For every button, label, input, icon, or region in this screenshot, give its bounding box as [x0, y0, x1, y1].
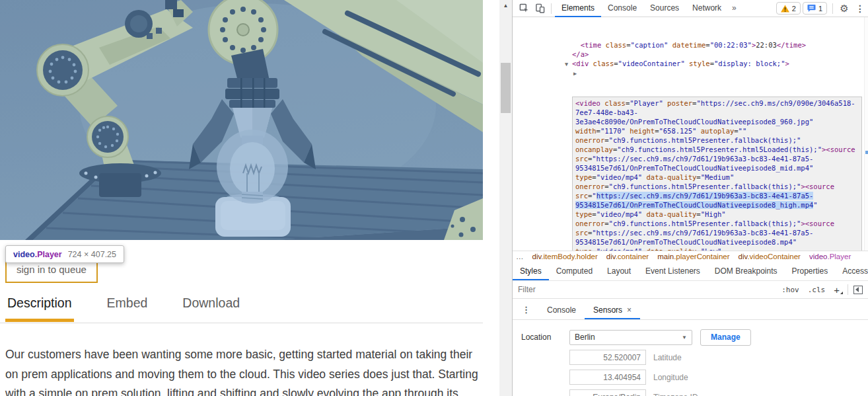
- inspect-element-icon[interactable]: [516, 1, 532, 17]
- filter-separator: [848, 284, 848, 295]
- description-line: with a simple on prem solution, lifting …: [5, 384, 486, 396]
- scrollbar-thumb[interactable]: [501, 63, 511, 113]
- breadcrumb-item[interactable]: div.itemBody.holder: [532, 253, 598, 260]
- tab-download[interactable]: Download: [180, 296, 242, 322]
- tab-dom-breakpoints[interactable]: DOM Breakpoints: [707, 262, 785, 280]
- sensors-panel: Location Berlin ▼ Manage LatitudeLongitu…: [513, 320, 868, 396]
- scrollbar-up-arrow-icon[interactable]: ▲: [499, 0, 512, 11]
- timezone-id-input[interactable]: [569, 389, 646, 396]
- close-icon[interactable]: ×: [627, 305, 632, 315]
- code-line[interactable]: 9534815e7d61/OnPremToTheCloudCloudNative…: [575, 237, 859, 247]
- tooltip-tag: video: [13, 250, 35, 259]
- code-line[interactable]: onerror="ch9.functions.html5Presenter.fa…: [575, 136, 859, 145]
- drawer-kebab-menu-icon[interactable]: ⋮: [522, 305, 530, 315]
- code-line[interactable]: onerror="ch9.functions.html5Presenter.fa…: [575, 182, 859, 191]
- video-description: Our customers have been wanting some mor…: [5, 345, 486, 396]
- tab-console[interactable]: Console: [601, 0, 643, 17]
- code-line[interactable]: type="video/mp4" data-quality="Medium": [575, 173, 859, 182]
- code-line[interactable]: src="https://sec.ch9.ms/ch9/7d61/19b963a…: [575, 228, 859, 237]
- description-line: Our customers have been wanting some mor…: [5, 345, 486, 365]
- styles-tab-bar: StylesComputedLayoutEvent ListenersDOM B…: [513, 262, 868, 280]
- code-line[interactable]: width="1170" height="658.125" autoplay="…: [575, 126, 859, 136]
- code-line[interactable]: type="video/mp4" data-quality="High": [575, 210, 859, 219]
- tab-network[interactable]: Network: [686, 0, 728, 17]
- settings-gear-icon[interactable]: ⚙: [836, 1, 852, 17]
- message-icon: [807, 4, 816, 13]
- video-player[interactable]: [0, 0, 483, 240]
- toggle-class-button[interactable]: .cls: [808, 286, 826, 294]
- code-line[interactable]: 3e3ae4c8090e/OnPremToTheCloudCloudNative…: [575, 117, 859, 126]
- toolbar-separator: [832, 3, 833, 14]
- code-line[interactable]: </a>: [572, 50, 864, 59]
- kebab-menu-icon[interactable]: ⋮: [852, 1, 868, 17]
- tab-properties[interactable]: Properties: [785, 262, 836, 280]
- breadcrumb-item[interactable]: main.playerContainer: [657, 253, 729, 260]
- warning-icon: [781, 5, 789, 13]
- devtools-drawer: ⋮ ConsoleSensors× Location Berlin ▼ Mana…: [513, 299, 868, 396]
- inspect-highlight-overlay: [0, 0, 483, 240]
- field-label: Latitude: [653, 353, 682, 362]
- page-scrollbar[interactable]: ▲: [499, 0, 512, 396]
- tab-computed[interactable]: Computed: [549, 262, 600, 280]
- tab-description[interactable]: Description: [5, 296, 74, 322]
- location-value: Berlin: [575, 333, 595, 342]
- breadcrumb: … div.itemBody.holderdiv.containermain.p…: [513, 251, 868, 262]
- breadcrumb-item[interactable]: video.Player: [809, 253, 851, 260]
- overview-ruler: [864, 17, 868, 251]
- devtools-panel: ElementsConsoleSourcesNetwork » 2 1 ⚙ ⋮ …: [512, 0, 868, 396]
- devtools-tab-bar: ElementsConsoleSourcesNetwork: [555, 0, 728, 17]
- drawer-tab-console[interactable]: Console: [538, 299, 585, 319]
- tabs-divider: [0, 323, 483, 323]
- robot-arm-illustration: [0, 0, 483, 240]
- latitude-input[interactable]: [569, 350, 646, 365]
- selected-element-block[interactable]: <video class="Player" poster="https://se…: [572, 97, 862, 251]
- toolbar-separator: [551, 3, 552, 14]
- code-line[interactable]: ▶: [572, 68, 864, 77]
- tooltip-dimensions: 724 × 407.25: [68, 250, 116, 259]
- location-select[interactable]: Berlin ▼: [569, 330, 692, 345]
- breadcrumb-item[interactable]: div.videoContainer: [739, 253, 801, 260]
- manage-button[interactable]: Manage: [700, 329, 751, 346]
- web-page: video.Player 724 × 407.25 sign in to que…: [0, 0, 499, 396]
- issue-count: 1: [818, 5, 822, 13]
- tab-sources[interactable]: Sources: [643, 0, 686, 17]
- breadcrumb-item[interactable]: div.container: [606, 253, 649, 260]
- tab-styles[interactable]: Styles: [513, 262, 549, 280]
- drawer-tab-sensors[interactable]: Sensors×: [585, 299, 640, 319]
- warnings-badge[interactable]: 2: [776, 2, 801, 15]
- device-toolbar-icon[interactable]: [532, 1, 548, 17]
- toggle-hover-state-button[interactable]: :hov: [781, 286, 799, 294]
- devtools-toolbar: ElementsConsoleSourcesNetwork » 2 1 ⚙ ⋮: [513, 0, 868, 17]
- description-line: on prem applications and moving them to …: [5, 365, 486, 385]
- tab-event-listeners[interactable]: Event Listeners: [638, 262, 707, 280]
- toggle-sidebar-icon[interactable]: [853, 286, 863, 294]
- tab-embed[interactable]: Embed: [105, 296, 150, 322]
- tooltip-class: .Player: [35, 250, 62, 259]
- breadcrumb-ellipsis[interactable]: …: [516, 253, 524, 260]
- code-line[interactable]: onerror="ch9.functions.html5Presenter.fa…: [575, 219, 859, 228]
- tab-accessibility[interactable]: Accessibility: [835, 262, 868, 280]
- chevron-down-icon: ▼: [682, 335, 687, 340]
- code-line[interactable]: 7ee7-448e-ba43-: [575, 108, 859, 117]
- styles-filter-input[interactable]: [518, 285, 773, 294]
- new-style-rule-button[interactable]: +: [834, 284, 840, 296]
- field-label: Longitude: [653, 373, 688, 382]
- tab-elements[interactable]: Elements: [555, 0, 601, 17]
- code-line[interactable]: <time class="caption" datetime="00:22:03…: [572, 40, 864, 50]
- code-line[interactable]: src="https://sec.ch9.ms/ch9/7d61/19b963a…: [575, 154, 859, 163]
- styles-filter-row: :hov .cls +: [513, 280, 868, 299]
- code-line[interactable]: 9534815e7d61/OnPremToTheCloudCloudNative…: [575, 163, 859, 173]
- selection-marker: [865, 151, 868, 154]
- issues-badge[interactable]: 1: [803, 2, 827, 15]
- code-line[interactable]: 9534815e7d61/OnPremToTheCloudCloudNative…: [575, 200, 859, 210]
- elements-tree: <time class="caption" datetime="00:22:03…: [513, 17, 864, 251]
- code-line[interactable]: oncanplay="ch9.functions.html5Presenter.…: [575, 145, 859, 154]
- code-line[interactable]: <video class="Player" poster="https://se…: [575, 99, 859, 108]
- code-line[interactable]: src="https://sec.ch9.ms/ch9/7d61/19b963a…: [575, 191, 859, 200]
- tab-layout[interactable]: Layout: [600, 262, 638, 280]
- page-tabs: DescriptionEmbedDownload: [5, 296, 242, 322]
- more-tabs-icon[interactable]: »: [728, 0, 741, 17]
- code-line[interactable]: ▼<div class="videoContainer" style="disp…: [572, 59, 864, 68]
- longitude-input[interactable]: [569, 370, 646, 385]
- location-label: Location: [521, 333, 569, 342]
